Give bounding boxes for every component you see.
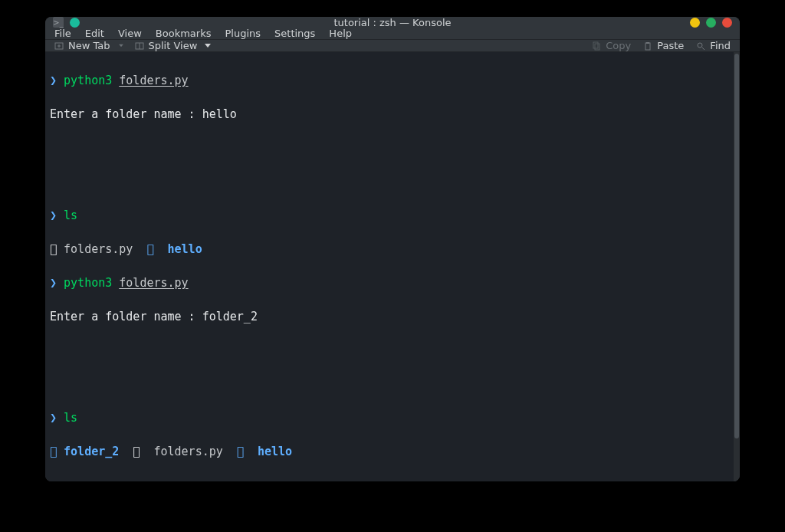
cmd-arg: folders.py — [119, 74, 188, 87]
cmd-text: ls — [64, 411, 77, 425]
chevron-down-icon — [119, 44, 123, 48]
copy-button[interactable]: Copy — [592, 40, 631, 51]
split-view-icon — [135, 41, 144, 51]
svg-rect-8 — [646, 42, 649, 44]
prompt-char: ❯ — [50, 209, 57, 222]
file-name: folders.py — [146, 445, 229, 458]
scrollbar-thumb[interactable] — [734, 54, 739, 438]
minimize-button[interactable] — [690, 18, 700, 28]
prompt-char: ❯ — [50, 411, 57, 425]
paste-label: Paste — [657, 40, 684, 51]
terminal[interactable]: ❯ python3 folders.py Enter a folder name… — [45, 52, 734, 481]
python-icon:  — [50, 242, 57, 256]
split-view-button[interactable]: Split View — [135, 40, 212, 51]
prompt-char: ❯ — [50, 74, 57, 87]
svg-line-10 — [702, 48, 705, 50]
menu-help[interactable]: Help — [329, 28, 352, 39]
find-label: Find — [710, 40, 731, 51]
window-title: tutorial : zsh — Konsole — [45, 17, 740, 28]
new-tab-button[interactable]: New Tab — [54, 40, 124, 51]
maximize-button[interactable] — [706, 18, 716, 28]
cmd-text: python3 — [64, 74, 112, 87]
toolbar: New Tab Split View Copy Paste Find — [45, 40, 740, 52]
find-button[interactable]: Find — [696, 40, 731, 51]
svg-rect-6 — [595, 44, 599, 50]
terminal-wrapper: ❯ python3 folders.py Enter a folder name… — [45, 52, 740, 481]
titlebar: >_ tutorial : zsh — Konsole — [45, 17, 740, 28]
menu-edit[interactable]: Edit — [85, 28, 104, 39]
menu-view[interactable]: View — [118, 28, 142, 39]
close-button[interactable] — [722, 18, 732, 28]
python-icon:  — [126, 445, 146, 458]
svg-rect-5 — [593, 42, 598, 48]
konsole-window: >_ tutorial : zsh — Konsole File Edit Vi… — [45, 17, 740, 481]
copy-label: Copy — [606, 40, 631, 51]
output-text: Enter a folder name : hello — [50, 106, 729, 123]
new-tab-icon — [54, 41, 64, 51]
folder-icon:  — [230, 445, 251, 458]
cmd-arg: folders.py — [119, 276, 188, 290]
menubar: File Edit View Bookmarks Plugins Setting… — [45, 28, 740, 40]
session-dot-icon — [70, 18, 80, 28]
dir-name: hello — [251, 445, 292, 458]
menu-file[interactable]: File — [54, 28, 71, 39]
output-text: Enter a folder name : folder_2 — [50, 308, 729, 325]
folder-icon:  — [50, 445, 57, 458]
dir-name: hello — [161, 242, 202, 256]
dir-name: folder_2 — [57, 445, 126, 458]
menu-plugins[interactable]: Plugins — [225, 28, 261, 39]
chevron-down-icon — [205, 44, 211, 48]
svg-rect-7 — [645, 43, 650, 50]
find-icon — [696, 41, 705, 51]
menu-bookmarks[interactable]: Bookmarks — [156, 28, 212, 39]
prompt-char: ❯ — [50, 276, 57, 290]
split-view-label: Split View — [149, 40, 198, 51]
svg-point-9 — [698, 43, 702, 48]
folder-icon:  — [140, 242, 160, 256]
new-tab-label: New Tab — [68, 40, 110, 51]
menu-settings[interactable]: Settings — [274, 28, 315, 39]
paste-icon — [643, 41, 652, 51]
cmd-text: python3 — [64, 276, 112, 290]
scrollbar[interactable] — [734, 52, 740, 481]
copy-icon — [592, 41, 601, 51]
cmd-text: ls — [64, 209, 77, 222]
file-name: folders.py — [57, 242, 140, 256]
paste-button[interactable]: Paste — [643, 40, 684, 51]
terminal-app-icon: >_ — [53, 17, 64, 28]
